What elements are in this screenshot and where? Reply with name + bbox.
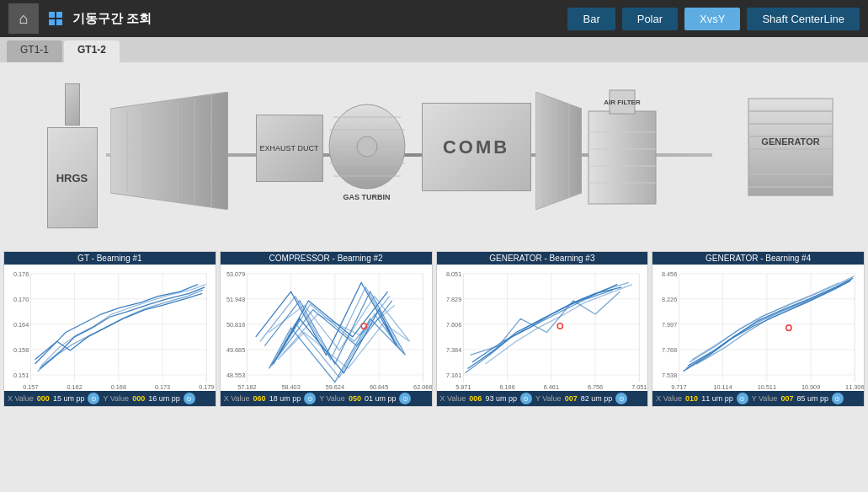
comb-body: COMB <box>422 103 531 191</box>
page-title: 기동구간 조회 <box>72 11 152 27</box>
exhaust-label: EXHAUST DUCT <box>260 144 319 153</box>
chart3-x-label: X Value <box>440 394 466 403</box>
right-blades-svg <box>535 92 582 210</box>
comb-component: COMB <box>422 103 531 191</box>
chart4-y-icon[interactable]: ⊙ <box>832 393 844 404</box>
svg-rect-25 <box>748 99 833 195</box>
chart4-x-icon[interactable]: ⊙ <box>737 393 748 404</box>
chart-compressor-bearing2: COMPRESSOR - Bearning #2 53.079 51.948 <box>220 251 433 407</box>
chart1-x-label: X Value <box>8 394 34 403</box>
svg-text:GENERATOR: GENERATOR <box>761 136 819 147</box>
chart2-svg: 53.079 51.948 50.816 49.685 48.553 57.18… <box>221 265 432 391</box>
svg-text:0.162: 0.162 <box>67 383 82 391</box>
chart3-values: X Value 006 93 um pp ⊙ Y Value 007 82 um… <box>437 391 648 406</box>
svg-text:0.176: 0.176 <box>13 270 29 278</box>
chart3-y-icon[interactable]: ⊙ <box>615 393 627 404</box>
tab-gt1-2[interactable]: GT1-2 <box>64 40 120 62</box>
chart1-y-num: 000 <box>132 394 145 403</box>
nav-polar-button[interactable]: Polar <box>622 8 678 30</box>
svg-text:11.306: 11.306 <box>845 383 864 391</box>
chart2-x-unit: 18 um pp <box>269 394 301 403</box>
gas-turbine: GAS TURBIN <box>325 100 409 201</box>
svg-text:7.829: 7.829 <box>445 296 461 303</box>
svg-text:10.909: 10.909 <box>801 383 820 391</box>
chart1-x-num: 000 <box>37 394 50 403</box>
chart2-area: 53.079 51.948 50.816 49.685 48.553 57.18… <box>221 265 432 391</box>
turbine-diagram: HRGS <box>22 71 847 239</box>
svg-text:0.179: 0.179 <box>199 383 214 391</box>
comb-label: COMB <box>443 136 509 158</box>
svg-text:6.756: 6.756 <box>587 383 602 391</box>
chart-generator-bearing4: GENERATOR - Bearning #4 8.456 8.226 <box>652 251 865 407</box>
home-icon: ⌂ <box>19 10 29 28</box>
chart2-y-unit: 01 um pp <box>365 394 397 403</box>
svg-text:8.456: 8.456 <box>662 270 677 278</box>
chart4-x-num: 010 <box>685 394 698 403</box>
svg-text:5.871: 5.871 <box>455 383 471 391</box>
svg-text:7.384: 7.384 <box>445 346 461 354</box>
generator-svg: GENERATOR <box>744 94 837 204</box>
chart1-y-label: Y Value <box>103 394 129 403</box>
chart1-title: GT - Bearning #1 <box>4 252 216 265</box>
chart2-y-num: 050 <box>349 394 361 403</box>
svg-text:8.226: 8.226 <box>662 296 677 303</box>
svg-text:AIR FILTER: AIR FILTER <box>604 99 641 106</box>
chart3-area: 8.051 7.829 7.606 7.384 7.161 5.871 6.16… <box>437 265 648 391</box>
svg-text:62.066: 62.066 <box>413 383 432 391</box>
svg-rect-55 <box>221 265 432 391</box>
svg-text:59.624: 59.624 <box>325 383 343 391</box>
chart3-y-label: Y Value <box>535 394 562 403</box>
svg-text:0.158: 0.158 <box>13 346 29 354</box>
svg-text:7.538: 7.538 <box>662 372 677 379</box>
compressor-svg <box>110 92 228 210</box>
hrgs-stack: HRGS <box>47 127 98 228</box>
compressor-blades <box>110 92 228 210</box>
hrgs-component: HRGS <box>47 83 98 228</box>
hrgs-chimney <box>65 83 80 126</box>
svg-text:6.166: 6.166 <box>499 383 514 391</box>
chart2-y-icon[interactable]: ⊙ <box>399 393 411 404</box>
chart-gt-bearing1: GT - Bearning #1 0.176 <box>3 251 216 407</box>
gas-turbine-svg <box>325 100 409 193</box>
right-turbine-blades <box>535 92 582 210</box>
chart4-area: 8.456 8.226 7.997 7.768 7.538 9.717 10.1… <box>652 265 864 391</box>
svg-text:10.114: 10.114 <box>714 383 732 391</box>
turbine-diagram-area: HRGS <box>0 62 868 248</box>
svg-text:7.997: 7.997 <box>662 321 677 329</box>
chart1-y-unit: 16 um pp <box>148 394 180 403</box>
nav-shaft-button[interactable]: Shaft CenterLine <box>747 8 860 30</box>
svg-text:7.161: 7.161 <box>445 372 461 379</box>
nav-xvsy-button[interactable]: XvsY <box>684 8 740 30</box>
svg-text:0.170: 0.170 <box>13 296 29 303</box>
svg-text:0.168: 0.168 <box>111 383 126 391</box>
hrgs-label: HRGS <box>56 172 88 184</box>
chart2-x-num: 060 <box>253 394 266 403</box>
svg-text:7.606: 7.606 <box>445 321 461 329</box>
svg-text:49.685: 49.685 <box>226 346 245 354</box>
chart3-x-unit: 93 um pp <box>485 394 517 403</box>
chart2-x-label: X Value <box>224 394 250 403</box>
svg-text:60.845: 60.845 <box>370 383 388 391</box>
home-button[interactable]: ⌂ <box>8 3 39 34</box>
chart4-svg: 8.456 8.226 7.997 7.768 7.538 9.717 10.1… <box>652 265 864 391</box>
svg-text:0.151: 0.151 <box>13 372 29 379</box>
tab-gt1-1[interactable]: GT1-1 <box>7 40 62 62</box>
chart2-y-label: Y Value <box>319 394 345 403</box>
svg-text:9.717: 9.717 <box>671 383 686 391</box>
svg-text:0.157: 0.157 <box>23 383 38 391</box>
svg-text:51.948: 51.948 <box>226 296 245 303</box>
chart1-y-icon[interactable]: ⊙ <box>184 393 195 404</box>
chart3-svg: 8.051 7.829 7.606 7.384 7.161 5.871 6.16… <box>437 265 648 391</box>
chart4-values: X Value 010 11 um pp ⊙ Y Value 007 85 um… <box>652 391 864 406</box>
chart2-x-icon[interactable]: ⊙ <box>304 393 316 404</box>
nav-bar-button[interactable]: Bar <box>567 8 615 30</box>
svg-rect-77 <box>437 265 648 391</box>
chart4-x-unit: 11 um pp <box>701 394 733 403</box>
chart1-x-icon[interactable]: ⊙ <box>88 393 99 404</box>
chart4-y-label: Y Value <box>752 394 778 403</box>
chart1-x-unit: 15 um pp <box>53 394 85 403</box>
grid-icon <box>49 12 62 25</box>
svg-text:7.051: 7.051 <box>631 383 647 391</box>
chart3-x-icon[interactable]: ⊙ <box>520 393 532 404</box>
chart3-y-unit: 82 um pp <box>581 394 613 403</box>
